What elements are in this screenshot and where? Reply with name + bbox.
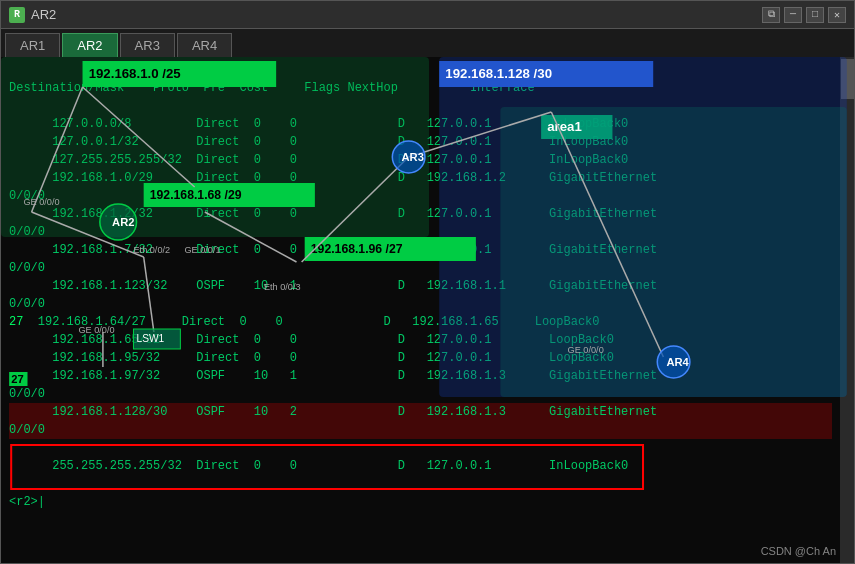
- scrollbar-thumb[interactable]: [841, 59, 855, 99]
- restore-btn[interactable]: ⧉: [762, 7, 780, 23]
- minimize-btn[interactable]: ─: [784, 7, 802, 23]
- row-8: 192.168.1.64/27 Direct 0 0 D 192.168.1.6…: [38, 315, 600, 329]
- app-icon: R: [9, 7, 25, 23]
- tab-ar4[interactable]: AR4: [177, 33, 232, 57]
- row-5: 192.168.1.2/32 Direct 0 0 D 127.0.0.1 Gi…: [9, 207, 657, 239]
- row-10: 192.168.1.95/32 Direct 0 0 D 127.0.0.1 L…: [9, 351, 614, 365]
- main-window: R AR2 ⧉ ─ □ ✕ AR1 AR2 AR3 AR4 Destinatio…: [0, 0, 855, 564]
- routing-table: Destination/Mask Proto Pre Cost Flags Ne…: [1, 57, 840, 533]
- tab-ar3[interactable]: AR3: [120, 33, 175, 57]
- row-11: 192.168.1.97/32 OSPF 10 1 D 192.168.1.3 …: [9, 369, 657, 401]
- window-controls: ⧉ ─ □ ✕: [762, 7, 846, 23]
- maximize-btn[interactable]: □: [806, 7, 824, 23]
- section-27: 27: [9, 315, 23, 329]
- terminal-area[interactable]: Destination/Mask Proto Pre Cost Flags Ne…: [1, 57, 855, 564]
- prompt[interactable]: <r2>|: [9, 495, 45, 509]
- title-bar-left: R AR2: [9, 7, 56, 23]
- tab-ar1[interactable]: AR1: [5, 33, 60, 57]
- row-13: 255.255.255.255/32 Direct 0 0 D 127.0.0.…: [9, 459, 628, 473]
- window-title: AR2: [31, 7, 56, 22]
- row-6: 192.168.1.7/32 Direct 0 0 D 127.0.0.1 Gi…: [9, 243, 657, 275]
- table-header: Destination/Mask Proto Pre Cost Flags Ne…: [9, 81, 535, 95]
- tab-ar2[interactable]: AR2: [62, 33, 117, 57]
- row-4: 192.168.1.0/29 Direct 0 0 D 192.168.1.2 …: [9, 171, 657, 203]
- close-btn[interactable]: ✕: [828, 7, 846, 23]
- content-area: Destination/Mask Proto Pre Cost Flags Ne…: [1, 57, 840, 564]
- title-bar: R AR2 ⧉ ─ □ ✕: [1, 1, 854, 29]
- row-7: 192.168.1.123/32 OSPF 10 1 D 192.168.1.1…: [9, 279, 657, 311]
- tab-bar: AR1 AR2 AR3 AR4: [1, 29, 854, 57]
- row-2: 127.0.0.1/32 Direct 0 0 D 127.0.0.1 InLo…: [9, 135, 628, 149]
- watermark: CSDN @Ch An: [761, 545, 836, 557]
- row-1: 127.0.0.0/8 Direct 0 0 D 127.0.0.1 InLoo…: [9, 117, 628, 131]
- row-12-highlighted: 192.168.1.128/30 OSPF 10 2 D 192.168.1.3…: [9, 403, 832, 439]
- scrollbar[interactable]: [840, 57, 855, 564]
- row-3: 127.255.255.255/32 Direct 0 0 D 127.0.0.…: [9, 153, 628, 167]
- row-9: 192.168.1.65/32 Direct 0 0 D 127.0.0.1 L…: [9, 333, 614, 347]
